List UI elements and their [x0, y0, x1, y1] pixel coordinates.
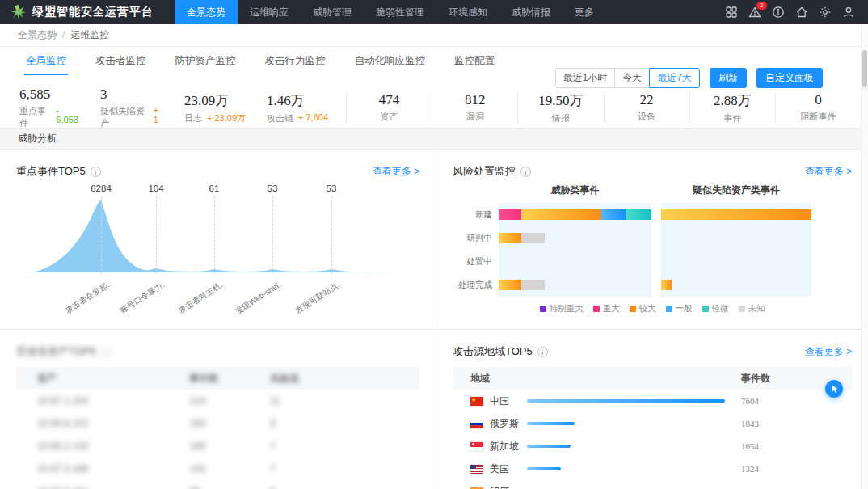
app-title: 绿盟智能安全运营平台: [32, 5, 154, 19]
asset-cell: 7: [270, 457, 419, 480]
asset-cell: 7: [270, 435, 419, 457]
legend-label: 特别重大: [550, 303, 584, 314]
legend-item: 一般: [666, 303, 693, 314]
stat-label-text: 攻击链: [267, 112, 293, 124]
legend-swatch: [593, 306, 600, 312]
region-event-count: 1324: [741, 457, 852, 480]
stat-1: 6,585重点事件- 6,053: [0, 86, 81, 129]
top-events-more-link[interactable]: 查看更多 >: [373, 165, 419, 179]
chart-value-label: 53: [303, 183, 360, 193]
table-row[interactable]: 10.66.8.1021808: [16, 412, 419, 435]
nav-item-6[interactable]: 威胁情报: [499, 0, 563, 24]
tab-1[interactable]: 全局监控: [24, 47, 68, 75]
chart-gridline: [156, 196, 157, 274]
tab-4[interactable]: 攻击行为监控: [263, 47, 327, 75]
risk-monitor-title: 风险处置监控i: [453, 164, 531, 179]
region-bar-track: [527, 457, 741, 480]
bar-segment-severe: [499, 209, 521, 220]
stat-value: 3: [100, 86, 165, 103]
region-row[interactable]: 俄罗斯1843: [453, 412, 852, 435]
breadcrumb-root[interactable]: 全景态势: [18, 29, 57, 40]
stat-label-text: 疑似失陷资产: [100, 105, 149, 129]
legend-item: 未知: [739, 303, 765, 314]
brand-logo: 绿盟智能安全运营平台: [11, 4, 154, 20]
tab-3[interactable]: 防护资产监控: [174, 47, 238, 75]
risk-monitor-more-link[interactable]: 查看更多 >: [805, 165, 852, 179]
region-bar-track: [527, 435, 741, 457]
attack-regions-more-link[interactable]: 查看更多 >: [805, 345, 852, 359]
stat-8: 22设备: [604, 92, 689, 123]
info-icon[interactable]: i: [537, 347, 548, 357]
user-profile-icon[interactable]: [842, 6, 855, 19]
attacked-assets-panel: 受攻击资产TOP5i 资产事件数风险值 10.67.1.2002141110.6…: [0, 330, 436, 489]
breadcrumb-current: 运维监控: [70, 29, 109, 40]
main-menu: 全景态势运维响应威胁管理脆弱性管理环境感知威胁情报更多: [175, 0, 606, 24]
time-filter-2[interactable]: 今天: [614, 68, 650, 88]
help-info-icon[interactable]: [772, 6, 785, 19]
tab-5[interactable]: 自动化响应监控: [353, 47, 428, 75]
settings-gear-icon[interactable]: [819, 6, 832, 19]
table-row[interactable]: 10.67.1.20021411: [16, 390, 419, 412]
stat-4: 1.46万攻击链+ 7,604: [247, 91, 346, 124]
nav-item-7[interactable]: 更多: [563, 0, 606, 24]
stat-value: 812: [432, 92, 517, 108]
stat-value: 0: [776, 92, 861, 108]
stat-value: 1.46万: [267, 91, 346, 110]
stat-value: 19.50万: [518, 91, 603, 110]
tab-2[interactable]: 攻击者监控: [94, 47, 148, 75]
region-row[interactable]: 美国1324: [453, 457, 852, 480]
section-title: 威胁分析: [0, 128, 868, 150]
asset-cell: 165: [190, 435, 271, 457]
table-row[interactable]: 10.65.2.1331657: [16, 435, 419, 457]
refresh-button[interactable]: 刷新: [710, 68, 747, 88]
attack-regions-panel: 攻击源地域TOP5i 查看更多 > 地域 事件数 中国7604俄罗斯1843新加…: [436, 330, 868, 489]
time-filter-1[interactable]: 最近1小时: [555, 68, 616, 88]
attack-regions-title: 攻击源地域TOP5i: [453, 344, 548, 359]
scrollbar-track[interactable]: [861, 24, 868, 489]
legend-swatch: [702, 306, 709, 312]
risk-row-2: 研判中: [453, 226, 852, 250]
region-bar: [527, 467, 561, 470]
nav-item-2[interactable]: 运维响应: [238, 0, 301, 24]
stat-10: 0阻断事件: [775, 92, 861, 123]
stat-value: 474: [347, 92, 432, 108]
pointer-icon: [829, 384, 839, 394]
alerts-icon[interactable]: 2: [748, 6, 761, 19]
ru-flag-icon: [470, 419, 483, 428]
info-icon[interactable]: i: [91, 167, 101, 177]
apps-grid-icon[interactable]: [725, 6, 738, 19]
nav-item-4[interactable]: 脆弱性管理: [364, 0, 436, 24]
asset-cell: 10.67.3.188: [16, 457, 190, 480]
table-row[interactable]: 10.67.3.1881427: [16, 457, 419, 480]
navbar-icons: 2: [725, 6, 855, 19]
customize-panel-button[interactable]: 自定义面板: [756, 68, 823, 88]
stat-9: 2.88万事件: [689, 91, 775, 124]
time-filter-3[interactable]: 最近7天: [649, 68, 700, 88]
tab-6[interactable]: 监控配置: [453, 47, 496, 75]
stat-label-text: 设备: [638, 111, 655, 123]
region-event-count: 999: [741, 480, 852, 489]
region-event-count: 1843: [741, 412, 852, 435]
threat-bar: [499, 280, 651, 290]
info-icon: i: [101, 347, 112, 357]
nav-item-3[interactable]: 威胁管理: [301, 0, 364, 24]
attack-regions-table: 地域 事件数 中国7604俄罗斯1843新加坡1654美国1324印度999: [453, 367, 852, 489]
nav-item-5[interactable]: 环境感知: [436, 0, 499, 24]
nav-item-1[interactable]: 全景态势: [175, 0, 238, 24]
chart-category-label: 发现可疑站点..: [276, 278, 344, 328]
region-row[interactable]: 印度999: [453, 480, 852, 489]
info-icon[interactable]: i: [520, 167, 531, 177]
region-row[interactable]: 新加坡1654: [453, 435, 852, 457]
stat-value: 22: [605, 92, 689, 108]
stat-label-text: 情报: [552, 112, 570, 124]
legend-label: 一般: [676, 303, 693, 314]
scrollbar-thumb[interactable]: [862, 50, 867, 87]
stat-delta: + 23.09万: [207, 112, 246, 124]
table-row[interactable]: 10.67.5.201986: [16, 480, 419, 489]
assistant-floating-button[interactable]: [825, 380, 843, 398]
home-icon[interactable]: [795, 6, 808, 19]
risk-status-label: 新建: [453, 203, 492, 226]
chart-value-label: 6284: [73, 183, 129, 193]
region-row[interactable]: 中国7604: [453, 390, 852, 412]
risk-row-4: 处理完成: [453, 273, 852, 297]
